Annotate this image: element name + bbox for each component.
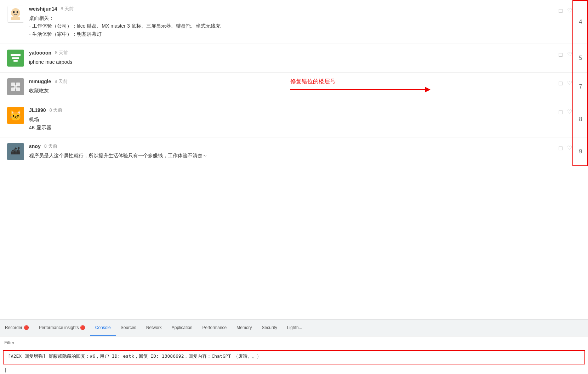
comment-text: 程序员是人这个属性就行，所以提升生活体验只有一个多赚钱，工作体验不清楚～ bbox=[29, 152, 551, 159]
svg-rect-8 bbox=[11, 54, 21, 56]
floor-number: 4 bbox=[572, 0, 588, 44]
comment-item: mmuggle 8 天前 收藏吃灰 ◻ ♡ ↩ 7 bbox=[0, 73, 588, 101]
username: snoy bbox=[29, 143, 41, 149]
like-icon[interactable]: ♡ bbox=[567, 80, 572, 86]
console-log-text: [V2EX 回复增强] 屏蔽或隐藏的回复：#6，用户 ID: estk，回复 I… bbox=[8, 353, 261, 359]
tab-lighthouse[interactable]: Lighth... bbox=[282, 319, 307, 336]
like-icon[interactable]: ♡ bbox=[567, 108, 572, 115]
tab-performance[interactable]: Performance bbox=[198, 319, 232, 336]
comment-header: JL1990 8 天前 bbox=[29, 107, 551, 113]
floor-number: 9 bbox=[572, 137, 588, 166]
username: yatoooon bbox=[29, 50, 51, 56]
comment-item: 🏙 snoy 8 天前 程序员是人这个属性就行，所以提升生活体验只有一个多赚钱，… bbox=[0, 137, 588, 166]
tab-console[interactable]: Console bbox=[90, 319, 116, 336]
tab-sources[interactable]: Sources bbox=[116, 319, 141, 336]
comment-header: yatoooon 8 天前 bbox=[29, 50, 551, 56]
tab-memory[interactable]: Memory bbox=[232, 319, 257, 336]
console-filter-bar bbox=[0, 336, 588, 349]
floor-number: 8 bbox=[572, 101, 588, 137]
cursor: | bbox=[4, 367, 7, 373]
comment-text: 收藏吃灰 bbox=[29, 87, 551, 95]
comment-body: snoy 8 天前 程序员是人这个属性就行，所以提升生活体验只有一个多赚钱，工作… bbox=[29, 143, 551, 159]
comment-time: 8 天前 bbox=[55, 78, 68, 85]
tab-recorder[interactable]: Recorder 🔴 bbox=[0, 319, 34, 336]
comment-body: yatoooon 8 天前 iphone mac airpods bbox=[29, 50, 551, 66]
comment-text: iphone mac airpods bbox=[29, 58, 551, 66]
comments-wrapper: 修复错位的楼层号 bbox=[0, 0, 588, 166]
avatar: 🏙 bbox=[7, 143, 24, 160]
tab-application[interactable]: Application bbox=[167, 319, 198, 336]
username: mmuggle bbox=[29, 79, 51, 84]
comment-header: weishijun14 8 天前 bbox=[29, 6, 551, 12]
avatar: 🐱 bbox=[7, 107, 24, 124]
hide-icon[interactable]: ◻ bbox=[558, 7, 563, 14]
tab-network[interactable]: Network bbox=[141, 319, 167, 336]
comments-area: 修复错位的楼层号 bbox=[0, 0, 588, 319]
comment-item: weishijun14 8 天前 桌面相关： - 工作体验（公司）：filco … bbox=[0, 0, 588, 44]
comment-time: 8 天前 bbox=[55, 50, 68, 56]
tab-security[interactable]: Security bbox=[257, 319, 282, 336]
devtools-panel: Recorder 🔴 Performance insights 🔴 Consol… bbox=[0, 319, 588, 374]
console-log-area: [V2EX 回复增强] 屏蔽或隐藏的回复：#6，用户 ID: estk，回复 I… bbox=[0, 349, 588, 374]
avatar bbox=[7, 78, 24, 95]
comment-text: 桌面相关： - 工作体验（公司）：filco 键盘、MX master 3 鼠标… bbox=[29, 14, 551, 38]
svg-point-5 bbox=[13, 11, 15, 13]
svg-point-4 bbox=[11, 9, 20, 17]
comment-body: mmuggle 8 天前 收藏吃灰 bbox=[29, 78, 551, 95]
avatar bbox=[7, 6, 24, 23]
username: JL1990 bbox=[29, 107, 46, 113]
comment-text: 机场 4K 显示器 bbox=[29, 115, 551, 131]
svg-rect-9 bbox=[12, 57, 19, 59]
username: weishijun14 bbox=[29, 6, 57, 12]
svg-rect-10 bbox=[13, 60, 18, 62]
comment-body: weishijun14 8 天前 桌面相关： - 工作体验（公司）：filco … bbox=[29, 6, 551, 38]
comment-header: mmuggle 8 天前 bbox=[29, 78, 551, 85]
like-icon[interactable]: ♡ bbox=[567, 7, 572, 14]
comment-item: yatoooon 8 天前 iphone mac airpods ◻ ♡ ↩ 5 bbox=[0, 44, 588, 73]
hide-icon[interactable]: ◻ bbox=[558, 80, 563, 86]
svg-rect-15 bbox=[14, 85, 17, 89]
like-icon[interactable]: ♡ bbox=[567, 144, 572, 151]
comment-time: 8 天前 bbox=[44, 143, 57, 149]
hide-icon[interactable]: ◻ bbox=[558, 144, 563, 151]
floor-number: 7 bbox=[572, 73, 588, 101]
comment-item: 🐱 JL1990 8 天前 机场 4K 显示器 ◻ ♡ ↩ bbox=[0, 101, 588, 137]
avatar bbox=[7, 50, 24, 67]
comment-time: 8 天前 bbox=[49, 107, 62, 113]
tab-performance-insights[interactable]: Performance insights 🔴 bbox=[34, 319, 90, 336]
comment-time: 8 天前 bbox=[61, 6, 74, 12]
hide-icon[interactable]: ◻ bbox=[558, 51, 563, 58]
comment-body: JL1990 8 天前 机场 4K 显示器 bbox=[29, 107, 551, 131]
svg-rect-7 bbox=[11, 17, 20, 20]
filter-input[interactable] bbox=[4, 340, 584, 345]
page-wrapper: 修复错位的楼层号 bbox=[0, 0, 588, 374]
comment-header: snoy 8 天前 bbox=[29, 143, 551, 149]
devtools-tabs-bar: Recorder 🔴 Performance insights 🔴 Consol… bbox=[0, 319, 588, 336]
like-icon[interactable]: ♡ bbox=[567, 51, 572, 58]
svg-point-6 bbox=[17, 11, 18, 13]
hide-icon[interactable]: ◻ bbox=[558, 108, 563, 115]
floor-number: 5 bbox=[572, 44, 588, 72]
console-log-entry: [V2EX 回复增强] 屏蔽或隐藏的回复：#6，用户 ID: estk，回复 I… bbox=[3, 350, 585, 364]
cursor-line: | bbox=[0, 366, 588, 374]
